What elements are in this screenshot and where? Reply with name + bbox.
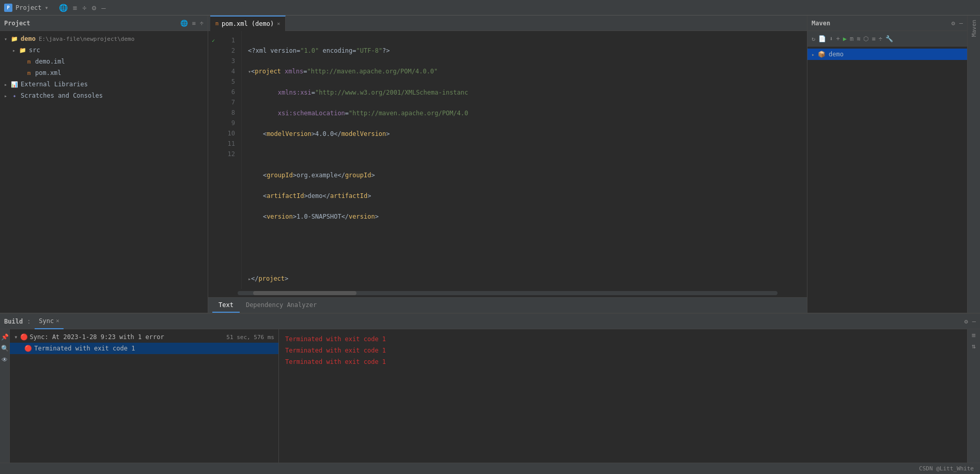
tree-arrow-scratches: ▸ (4, 93, 10, 99)
bottom-panel: Build : Sync ✕ ⚙ — 📌 🔍 👁 ▾ 🔴 (0, 313, 980, 463)
iml-icon: m (25, 57, 33, 66)
search-icon[interactable]: 🔍 (1, 345, 9, 352)
tab-xml-icon: m (215, 21, 219, 26)
lib-icon: 📊 (10, 80, 19, 88)
folder-icon-demo: 📁 (10, 35, 19, 43)
editor-tab-pomxml[interactable]: m pom.xml (demo) ✕ (210, 16, 286, 31)
tab-dependency-analyzer[interactable]: Dependency Analyzer (240, 298, 323, 313)
settings-icon[interactable]: ⚙ (92, 4, 96, 12)
title-bar: P Project ▾ 🌐 ≡ ÷ ⚙ — (0, 0, 980, 16)
maven-title: Maven (812, 20, 830, 27)
maven-file-icon[interactable]: 📄 (818, 35, 826, 42)
build-tab-sync-close[interactable]: ✕ (56, 317, 59, 324)
build-tree-panel: ▾ 🔴 Sync: At 2023-1-28 9:23 with 1 error… (10, 329, 279, 463)
code-line-11 (248, 253, 807, 263)
sidebar-globe-icon[interactable]: 🌐 (180, 20, 188, 27)
maven-minimize-icon[interactable]: — (959, 20, 963, 27)
sidebar-title: Project (4, 20, 30, 27)
build-tab-sync-label: Sync (39, 317, 54, 325)
sidebar-item-src[interactable]: ▸ 📁 src (0, 44, 208, 56)
project-icon: P (4, 4, 12, 12)
maven-header: Maven ⚙ — (807, 16, 967, 31)
maven-m-icon[interactable]: m (850, 35, 853, 42)
sidebar-item-scratches[interactable]: ▸ ✦ Scratches and Consoles (0, 90, 208, 101)
maven-hexagon-icon[interactable]: ⬡ (863, 35, 868, 42)
code-editor[interactable]: <?xml version="1.0" encoding="UTF-8"?> ▾… (242, 31, 807, 289)
build-title: Build (4, 318, 23, 325)
tab-dep-label: Dependency Analyzer (246, 301, 317, 309)
tree-label-demo: demo (21, 35, 36, 42)
line-num-6: 6 (225, 87, 235, 97)
right-side-strip: Maven (967, 16, 980, 313)
code-line-4: xsi:schemaLocation="http://maven.apache.… (248, 108, 807, 118)
line-num-11: 11 (225, 139, 235, 149)
editor-tabs: m pom.xml (demo) ✕ (208, 16, 807, 31)
tree-label-extlibs: External Libraries (21, 81, 88, 88)
maven-settings-icon[interactable]: ⚙ (952, 20, 955, 27)
eye-icon[interactable]: 👁 (2, 356, 8, 363)
maven-grid-icon[interactable]: ≋ (857, 35, 860, 42)
sort-icon-right[interactable]: ⇅ (972, 342, 976, 350)
maven-wrench-icon[interactable]: 🔧 (885, 35, 893, 42)
sidebar-header: Project 🌐 ≡ ÷ (0, 16, 208, 31)
code-line-3: xmlns:xsi="http://www.w3.org/2001/XMLSch… (248, 87, 807, 98)
sidebar-item-pomxml[interactable]: ▸ m pom.xml (0, 67, 208, 79)
code-line-1: <?xml version="1.0" encoding="UTF-8"?> (248, 45, 807, 56)
sidebar-item-demoiml[interactable]: ▸ m demo.iml (0, 56, 208, 67)
code-line-6 (248, 149, 807, 160)
pin-icon[interactable]: 📌 (1, 333, 9, 341)
bottom-minimize-icon[interactable]: — (972, 318, 976, 325)
editor-gutter: ✓ (208, 31, 219, 289)
maven-vertical-tab[interactable]: Maven (969, 16, 979, 41)
line-num-12: 12 (225, 149, 235, 159)
title-bar-actions: 🌐 ≡ ÷ ⚙ — (59, 4, 106, 12)
maven-div-icon[interactable]: ÷ (879, 35, 882, 42)
build-sync-time: 51 sec, 576 ms (226, 334, 274, 341)
editor-area: m pom.xml (demo) ✕ ✓ 1 2 3 4 5 6 7 8 9 (208, 16, 807, 313)
build-output-panel: Terminated with exit code 1 Terminated w… (279, 329, 967, 463)
editor-bottom-tabs: Text Dependency Analyzer (208, 297, 807, 313)
sidebar-tree: ▾ 📁 demo E:\java-file\newproject\demo ▸ … (0, 31, 208, 313)
build-left-section: 📌 🔍 👁 ▾ 🔴 Sync: At 2023-1-28 9:23 with 1… (0, 329, 279, 463)
maven-add-icon[interactable]: + (836, 35, 839, 42)
maven-toolbar: ↻ 📄 ⬇ + ▶ m ≋ ⬡ ≡ ÷ 🔧 (807, 31, 967, 47)
line-num-4: 4 (225, 66, 235, 77)
tab-close-button[interactable]: ✕ (277, 21, 280, 26)
code-line-10 (248, 232, 807, 242)
code-line-2: ▾<project xmlns="http://maven.apache.org… (248, 66, 807, 77)
tab-text[interactable]: Text (212, 298, 240, 313)
split-icon[interactable]: ÷ (82, 4, 86, 12)
line-numbers: 1 2 3 4 5 6 7 8 9 10 11 12 (219, 31, 242, 289)
sidebar-list-icon[interactable]: ≡ (192, 20, 196, 27)
sync-expand-arrow: ▾ (14, 333, 18, 341)
globe-icon[interactable]: 🌐 (59, 4, 68, 12)
maven-refresh-icon[interactable]: ↻ (812, 35, 815, 42)
build-tree-sync[interactable]: ▾ 🔴 Sync: At 2023-1-28 9:23 with 1 error… (10, 331, 278, 343)
maven-list-icon[interactable]: ≡ (872, 35, 875, 42)
build-sync-label: Sync: At 2023-1-28 9:23 with 1 error (30, 333, 164, 341)
maven-download-icon[interactable]: ⬇ (829, 35, 833, 42)
build-terminated-label: Terminated with exit code 1 (34, 345, 135, 352)
list-icon[interactable]: ≡ (73, 4, 77, 12)
bottom-settings-icon[interactable]: ⚙ (965, 318, 968, 325)
scratch-icon: ✦ (10, 91, 19, 100)
sidebar-item-extlibs[interactable]: ▸ 📊 External Libraries (0, 79, 208, 90)
project-dropdown-arrow[interactable]: ▾ (45, 4, 49, 11)
list-icon-right[interactable]: ≡ (972, 331, 976, 339)
sidebar-item-demo[interactable]: ▾ 📁 demo E:\java-file\newproject\demo (0, 33, 208, 44)
minimize-icon[interactable]: — (101, 4, 105, 12)
maven-tree-item-demo[interactable]: ▸ 📦 demo (807, 49, 967, 60)
editor-scrollbar-h[interactable] (238, 291, 777, 295)
editor-scrollbar-area (208, 289, 807, 297)
build-tree-terminated[interactable]: 🔴 Terminated with exit code 1 (10, 343, 278, 354)
tree-arrow-demo: ▾ (4, 36, 10, 42)
editor-content: ✓ 1 2 3 4 5 6 7 8 9 10 11 12 <?xml versi… (208, 31, 807, 289)
maven-run-icon[interactable]: ▶ (843, 35, 847, 42)
line-num-9: 9 (225, 118, 235, 128)
sidebar-split-icon[interactable]: ÷ (200, 20, 204, 27)
xml-icon: m (25, 69, 33, 77)
maven-panel: Maven ⚙ — ↻ 📄 ⬇ + ▶ m ≋ ⬡ ≡ ÷ 🔧 ▸ 📦 demo (807, 16, 967, 313)
editor-scrollbar-thumb[interactable] (253, 291, 356, 295)
build-tab-sync[interactable]: Sync ✕ (35, 314, 64, 329)
sync-error-icon: 🔴 (20, 333, 28, 341)
